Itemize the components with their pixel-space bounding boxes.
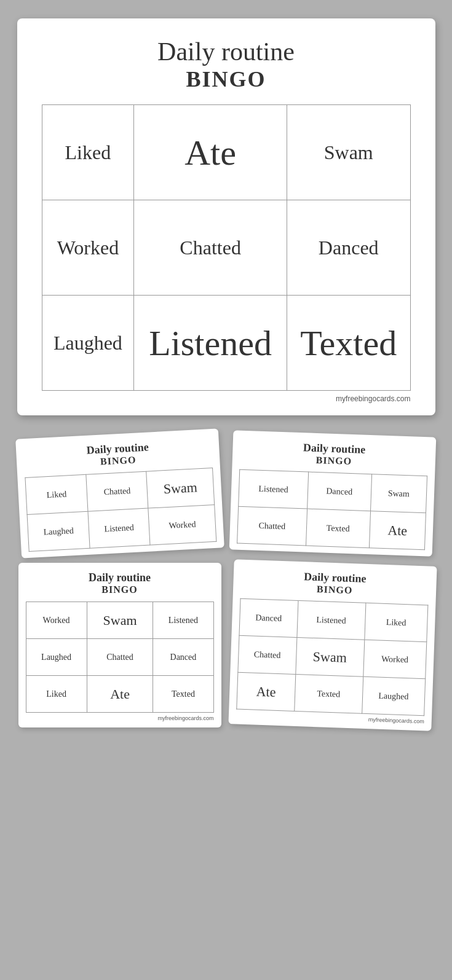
grid-cell: Listened [134,296,287,391]
small-grid-3: WorkedSwamListenedLaughedChattedDancedLi… [26,602,214,713]
small-cards-row-2: Daily routine BINGO WorkedSwamListenedLa… [12,563,440,727]
grid-cell: Laughed [362,676,425,716]
small-grid-4: DancedListenedLikedChattedSwamWorkedAteT… [236,598,428,716]
grid-cell: Swam [146,468,214,509]
grid-cell: Listened [296,600,365,640]
small-grid-2: ListenedDancedSwamChattedTextedAte [237,469,427,551]
grid-cell: Laughed [26,639,87,676]
small-cards-row-1: Daily routine BINGO LikedChattedSwamLaug… [12,434,440,553]
small-grid-1: LikedChattedSwamLaughedListenedWorked [25,468,216,552]
small-card-4: Daily routine BINGO DancedListenedLikedC… [228,559,437,731]
grid-cell: Texted [306,509,370,548]
grid-cell: Danced [239,598,298,637]
grid-cell: Ate [87,676,153,713]
small-card-3-title-line2: BINGO [26,584,214,595]
small-card-2-title: Daily routine BINGO [239,439,428,470]
small-card-3: Daily routine BINGO WorkedSwamListenedLa… [18,563,221,727]
grid-cell: Laughed [27,511,90,551]
small-card-1: Daily routine BINGO LikedChattedSwamLaug… [15,428,224,558]
grid-cell: Worked [42,200,134,296]
main-card-title: Daily routine BINGO [42,37,411,92]
small-card-4-title: Daily routine BINGO [240,568,429,599]
grid-cell: Ate [236,672,295,711]
grid-cell: Ate [369,511,426,550]
main-title-line1: Daily routine [42,37,411,66]
grid-cell: Swam [87,602,153,639]
grid-cell: Swam [287,105,410,200]
grid-cell: Liked [42,105,134,200]
grid-cell: Chatted [134,200,287,296]
grid-cell: Liked [26,676,87,713]
grid-cell: Danced [307,472,371,511]
grid-cell: Swam [295,637,364,676]
grid-cell: Texted [294,674,363,713]
main-title-line2: BINGO [42,66,411,92]
grid-cell: Chatted [85,471,148,511]
main-bingo-card: Daily routine BINGO LikedAteSwamWorkedCh… [17,18,435,415]
grid-cell: Swam [370,474,427,513]
grid-cell: Worked [363,640,426,679]
small-card-3-title-line1: Daily routine [26,571,214,584]
grid-cell: Laughed [42,296,134,391]
grid-cell: Danced [287,200,410,296]
grid-cell: Ate [134,105,287,200]
small-card-3-title: Daily routine BINGO [26,571,214,595]
main-grid: LikedAteSwamWorkedChattedDancedLaughedLi… [42,104,411,391]
grid-cell: Chatted [87,639,153,676]
grid-cell: Liked [364,603,427,642]
grid-cell: Chatted [237,506,307,546]
grid-cell: Worked [26,602,87,639]
small-card-3-credit: myfreebingocards.com [26,715,214,721]
main-credit: myfreebingocards.com [42,394,411,403]
small-card-2: Daily routine BINGO ListenedDancedSwamCh… [229,430,436,556]
grid-cell: Liked [25,474,87,514]
grid-cell: Listened [153,602,213,639]
grid-cell: Listened [88,508,150,548]
grid-cell: Danced [153,639,213,676]
grid-cell: Listened [238,469,308,509]
grid-cell: Texted [287,296,410,391]
small-card-1-title: Daily routine BINGO [23,437,212,471]
grid-cell: Worked [148,504,216,545]
grid-cell: Texted [153,676,213,713]
grid-cell: Chatted [237,635,296,674]
